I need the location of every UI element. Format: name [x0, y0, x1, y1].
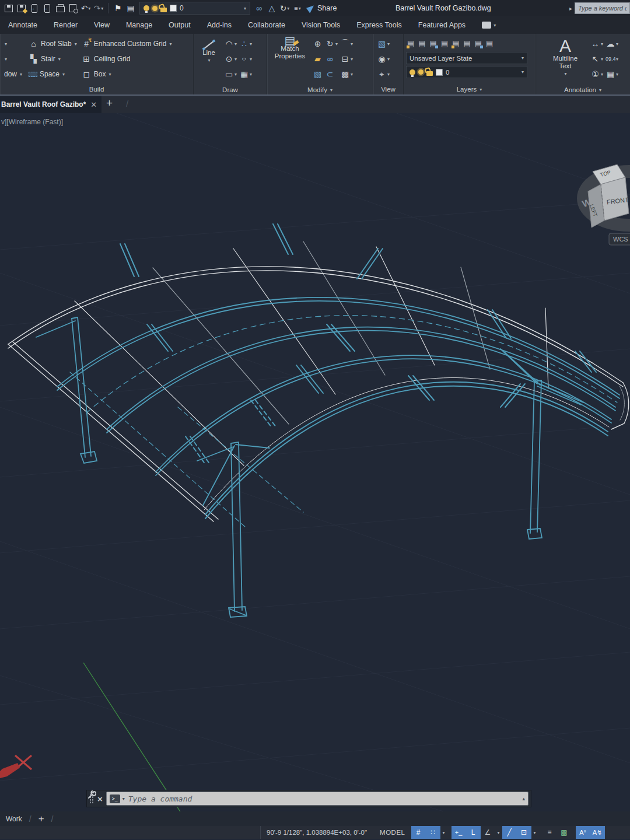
marker-tool-button[interactable]: ⚑ — [111, 1, 124, 15]
fillet-button[interactable]: ⌒▾ — [339, 37, 354, 51]
coordinates-readout[interactable]: 90'-9 1/128", 1.038894E+03, 0'-0" — [261, 829, 374, 836]
polar-caret-icon[interactable]: ▾ — [495, 826, 502, 839]
panel-label-modify[interactable]: Modify▾ — [267, 85, 373, 94]
plot-button[interactable] — [54, 1, 66, 15]
move-button[interactable]: ⊕ — [312, 37, 324, 51]
command-input[interactable] — [127, 794, 520, 804]
customize-qat-button[interactable]: ≡▾ — [291, 1, 304, 15]
isometric-drafting-toggle[interactable]: ╱ — [502, 826, 517, 839]
clipped-tool-button-1[interactable]: ▾ — [2, 36, 26, 51]
annotation-expand-caret-icon[interactable]: ▾ — [599, 88, 601, 93]
panel-label-annotation[interactable]: Annotation▾ — [536, 85, 630, 94]
explode-button[interactable]: ▧ — [312, 67, 324, 81]
stretch-button[interactable]: ⊟▾ — [339, 52, 354, 66]
layer-isolate-icon[interactable]: ▤ — [463, 39, 470, 48]
save-button[interactable] — [2, 1, 15, 15]
qat-layer-control[interactable]: 0 ▾ — [139, 2, 250, 15]
stair-button[interactable]: ▚Stair▾ — [27, 51, 79, 66]
ribbon-display-toggle[interactable]: ▾ — [482, 22, 496, 29]
polar-tracking-toggle[interactable]: ∠ — [481, 826, 495, 839]
layer-state-icon[interactable]: ▤ — [418, 39, 425, 48]
snap-caret-icon[interactable]: ▾ — [440, 826, 447, 839]
layer-freeze-icon[interactable]: ▤ — [441, 39, 448, 48]
panel-label-build[interactable]: Build — [0, 84, 193, 94]
rotate-tool-button[interactable]: ↻▾ — [324, 37, 339, 51]
dynamic-input-toggle[interactable]: +_ — [452, 826, 466, 839]
clipped-tool-button-2[interactable]: ▾ — [2, 51, 26, 66]
tab-annotate[interactable]: Annotate — [0, 16, 46, 34]
ellipse-button[interactable]: ○▾ — [238, 52, 253, 66]
space-button[interactable]: Space▾ — [27, 66, 79, 82]
mirror-button[interactable]: △ — [265, 1, 278, 15]
annotation-visibility-toggle[interactable]: A° — [576, 826, 590, 839]
layer-properties-icon[interactable]: ▤ — [407, 39, 414, 48]
layer-state-dropdown[interactable]: Unsaved Layer State ▾ — [406, 52, 527, 64]
annotation-autoscale-toggle[interactable]: A↯ — [590, 826, 605, 839]
grid-toggle[interactable]: # — [411, 826, 426, 839]
undo-caret-icon[interactable]: ▾ — [88, 6, 90, 11]
enhanced-custom-grid-button[interactable]: #↯Enhanced Custom Grid▾ — [80, 36, 174, 51]
recent-commands-caret-icon[interactable]: ▾ — [123, 796, 125, 802]
search-expand-icon[interactable]: ▸ — [569, 5, 572, 12]
overkill-button[interactable]: ∞ — [253, 1, 265, 15]
wireframe-model[interactable] — [8, 224, 629, 617]
ceiling-grid-button[interactable]: ⊞Ceiling Grid — [80, 51, 174, 66]
tab-add-ins[interactable]: Add-ins — [199, 16, 240, 34]
save-to-mobile-button[interactable] — [41, 1, 54, 15]
join-button[interactable]: ⊂ — [324, 67, 339, 81]
wcs-dropdown[interactable]: WCS — [609, 233, 630, 245]
tab-view[interactable]: View — [86, 16, 118, 34]
window-tool-button[interactable]: dow▾ — [2, 66, 26, 82]
dimension-button[interactable]: ↔▾ — [589, 37, 604, 51]
drawing-tab-active[interactable]: Barrel Vault Roof Gazibo* ✕ — [0, 96, 102, 113]
match-properties-button[interactable]: ▤ Match Properties — [270, 36, 310, 85]
ribbon-toggle-caret-icon[interactable]: ▾ — [494, 23, 496, 28]
layer-unisolate-icon[interactable]: ▤ — [475, 39, 482, 48]
close-command-line-icon[interactable]: × — [97, 794, 103, 804]
viewport-controls-label[interactable]: v][Wireframe (Fast)] — [1, 118, 63, 126]
tab-output[interactable]: Output — [160, 16, 199, 34]
view-overlap-button[interactable]: ◉▾ — [376, 52, 391, 66]
layers-expand-caret-icon[interactable]: ▾ — [480, 87, 482, 92]
view-cube-button[interactable]: ▧▾ — [376, 37, 391, 51]
expand-history-icon[interactable]: ▴ — [522, 796, 525, 802]
table-button[interactable]: ▦▾ — [604, 67, 620, 81]
undo-button[interactable]: ↶▾ — [79, 1, 92, 15]
close-tab-icon[interactable]: ✕ — [90, 100, 97, 109]
command-input-field[interactable]: >_ ▾ ▴ — [106, 792, 528, 806]
search-input[interactable] — [575, 2, 630, 14]
leader-button[interactable]: ↖▾ — [589, 52, 604, 66]
number-leader-button[interactable]: ①▾ — [589, 67, 604, 81]
roof-slab-button[interactable]: ⌂Roof Slab▾ — [27, 36, 79, 51]
layer-dropdown-caret-icon[interactable]: ▾ — [244, 6, 246, 11]
panel-label-view[interactable]: View — [373, 84, 403, 94]
dim-style-button[interactable]: 09.4▾ — [604, 52, 620, 66]
share-button[interactable]: Share — [304, 1, 340, 15]
layer-state-caret-icon[interactable]: ▾ — [522, 55, 524, 61]
view-isolate-button[interactable]: ⌖▾ — [376, 67, 391, 81]
tab-featured-apps[interactable]: Featured Apps — [410, 16, 474, 34]
box-button[interactable]: ◻Box▾ — [80, 66, 174, 82]
tab-manage[interactable]: Manage — [118, 16, 160, 34]
line-button[interactable]: Line ▾ — [196, 36, 222, 85]
customize-wrench-icon[interactable] — [87, 790, 96, 800]
arc-button[interactable]: ◠▾ — [223, 37, 238, 51]
tab-vision-tools[interactable]: Vision Tools — [293, 16, 348, 34]
properties-palette-button[interactable]: ▤ — [124, 1, 137, 15]
model-space-button[interactable]: MODEL — [374, 829, 411, 836]
layer-on-off-icon[interactable]: ▤ — [452, 39, 459, 48]
hatch-button[interactable]: ▦▾ — [238, 67, 253, 81]
object-snap-caret-icon[interactable]: ▾ — [531, 826, 538, 839]
rectangle-button[interactable]: ▭▾ — [223, 67, 238, 81]
panel-label-draw[interactable]: Draw — [194, 85, 267, 94]
viewcube[interactable]: W TOP LEFT FRONT WCS — [581, 164, 630, 245]
point-button[interactable]: ∴▾ — [238, 37, 253, 51]
revision-cloud-button[interactable]: ☁▾ — [604, 37, 620, 51]
redo-caret-icon[interactable]: ▾ — [101, 6, 103, 11]
save-as-button[interactable] — [15, 1, 28, 15]
layout-tab-work[interactable]: Work — [6, 815, 22, 823]
ortho-toggle[interactable]: L — [466, 826, 481, 839]
command-line-palette[interactable]: × >_ ▾ ▴ — [86, 790, 531, 807]
tab-render[interactable]: Render — [46, 16, 86, 34]
layer-match-icon[interactable]: ▤ — [430, 39, 437, 48]
